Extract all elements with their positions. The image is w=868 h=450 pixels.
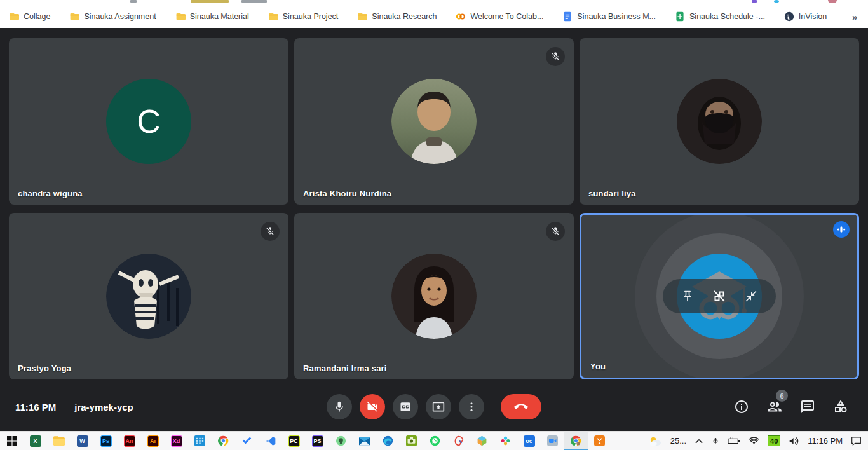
taskbar-illustrator[interactable]: Ai (141, 432, 165, 450)
windows-taskbar: X W Ps An Ai Xd PC PS (0, 431, 868, 450)
address-bar-remnant (130, 0, 137, 3)
taskbar-whatsapp[interactable] (423, 432, 447, 450)
meeting-details-button[interactable] (733, 399, 750, 415)
chat-icon (800, 399, 815, 414)
chat-button[interactable] (799, 399, 816, 415)
participant-tile-ramandani[interactable]: Ramandani Irma sari (294, 213, 574, 379)
taskbar-adobe-xd[interactable]: Xd (165, 432, 188, 450)
meeting-code: jra-ymek-ycp (74, 402, 133, 412)
bookmarks-bar: Collage Sinauka Assignment Sinauka Mater… (0, 5, 868, 28)
divider (65, 401, 65, 412)
bookmark-sinauka-material[interactable]: Sinauka Material (175, 11, 249, 22)
participant-count-badge: 6 (776, 390, 788, 402)
taskbar-slack-like-app[interactable] (494, 432, 517, 450)
taskbar-camera-app[interactable] (400, 432, 423, 450)
bookmark-label: Sinauka Business M... (577, 12, 656, 21)
more-options-button[interactable] (459, 394, 484, 419)
taskbar-android-tool[interactable] (329, 432, 353, 450)
tray-volume-icon[interactable] (789, 437, 799, 446)
taskbar-xampp[interactable] (588, 432, 611, 450)
taskbar-chrome-active[interactable] (564, 432, 588, 450)
bookmark-collage[interactable]: Collage (9, 11, 50, 22)
muted-indicator (546, 47, 565, 66)
invision-icon (784, 11, 794, 22)
weather-icon[interactable] (648, 435, 662, 447)
taskbar-animate[interactable]: An (118, 432, 141, 450)
taskbar-word[interactable]: W (71, 432, 94, 450)
taskbar-edge[interactable] (376, 432, 400, 450)
avatar-initial-letter: C (137, 102, 161, 140)
tray-battery-icon[interactable] (728, 437, 740, 445)
taskbar-photoshop[interactable]: Ps (94, 432, 118, 450)
taskbar-red-design-app[interactable] (447, 432, 470, 450)
camera-off-button[interactable] (360, 394, 385, 419)
participant-tile-arista[interactable]: Arista Khoiru Nurdina (294, 38, 574, 205)
taskbar-vscode[interactable] (259, 432, 282, 450)
tray-wifi-icon[interactable] (749, 437, 759, 445)
battery-percent-badge[interactable]: 40 (768, 435, 780, 446)
bookmark-colab[interactable]: Welcome To Colab... (456, 11, 543, 22)
action-center-icon[interactable] (851, 436, 862, 446)
browser-toolbar-remnant (0, 0, 868, 5)
taskbar-pycharm[interactable]: PC (282, 432, 306, 450)
pycharm-icon: PC (288, 435, 300, 447)
system-tray: 25... 40 11:16 PM (648, 432, 868, 450)
present-button[interactable] (426, 394, 451, 419)
start-button[interactable] (0, 432, 24, 450)
hang-up-button[interactable] (501, 394, 541, 419)
taskbar-video-app[interactable] (541, 432, 564, 450)
mic-off-icon (550, 51, 560, 62)
present-screen-icon (432, 400, 445, 413)
taskbar-phpstorm[interactable]: PS (306, 432, 329, 450)
more-options-icon (466, 401, 477, 412)
taskbar-mail[interactable] (353, 432, 376, 450)
tray-overflow-chevron[interactable] (695, 438, 703, 444)
bookmarks-right-group: » Other bookmarks (846, 11, 868, 22)
flower-app-icon (500, 435, 511, 446)
avatar-photo (391, 254, 477, 339)
participant-tile-sundari[interactable]: sundari liya (580, 38, 859, 205)
participant-tile-chandra-wiguna[interactable]: C chandra wiguna (9, 38, 288, 205)
bookmark-sinauka-project[interactable]: Sinauka Project (268, 11, 339, 22)
participant-tile-you[interactable]: You (580, 213, 859, 379)
tray-mic-icon[interactable] (712, 436, 719, 446)
tray-clock[interactable]: 11:16 PM (808, 436, 843, 446)
audio-level-indicator (833, 221, 850, 238)
remove-tile-button[interactable] (710, 287, 728, 305)
participant-tile-prastyo[interactable]: Prastyo Yoga (9, 213, 288, 379)
bookmark-invision[interactable]: InVision (784, 11, 827, 22)
mail-icon (359, 437, 370, 446)
address-bar-remnant (191, 0, 229, 3)
pin-tile-button[interactable] (679, 287, 696, 305)
taskbar-apps: X W Ps An Ai Xd PC PS (0, 432, 611, 450)
bookmark-label: Sinauka Schedule -... (689, 12, 765, 21)
info-icon (734, 399, 749, 414)
taskbar-oc-app[interactable]: oc (517, 432, 541, 450)
oc-app-icon: oc (524, 435, 535, 447)
remove-tile-icon (712, 289, 727, 304)
bookmark-sinauka-business[interactable]: Sinauka Business M... (562, 11, 656, 22)
avatar-photo-image (391, 79, 477, 164)
activities-button[interactable] (832, 399, 849, 415)
taskbar-file-explorer[interactable] (47, 432, 71, 450)
bookmark-sinauka-schedule[interactable]: Sinauka Schedule -... (675, 11, 765, 22)
weather-temperature[interactable]: 25... (670, 436, 686, 446)
meet-control-bar: 11:16 PM jra-ymek-ycp (0, 383, 868, 431)
profile-avatar (828, 0, 837, 3)
hexagon-app-icon (477, 435, 487, 446)
taskbar-hexagon-app[interactable] (470, 432, 494, 450)
minimize-tile-button[interactable] (742, 287, 760, 305)
captions-button[interactable] (393, 394, 418, 419)
bookmark-folder-icon (69, 11, 79, 22)
bookmark-sinauka-assignment[interactable]: Sinauka Assignment (69, 11, 156, 22)
participants-button[interactable]: 6 (766, 399, 783, 415)
bookmark-sinauka-research[interactable]: Sinauka Research (357, 11, 437, 22)
bookmarks-overflow-chevron[interactable]: » (846, 11, 864, 22)
taskbar-checkmark-app[interactable] (235, 432, 259, 450)
mic-off-icon (550, 226, 560, 236)
taskbar-excel[interactable]: X (24, 432, 47, 450)
mic-button[interactable] (327, 394, 352, 419)
taskbar-calendar[interactable] (188, 432, 212, 450)
muted-indicator (261, 222, 280, 241)
taskbar-chrome[interactable] (212, 432, 235, 450)
